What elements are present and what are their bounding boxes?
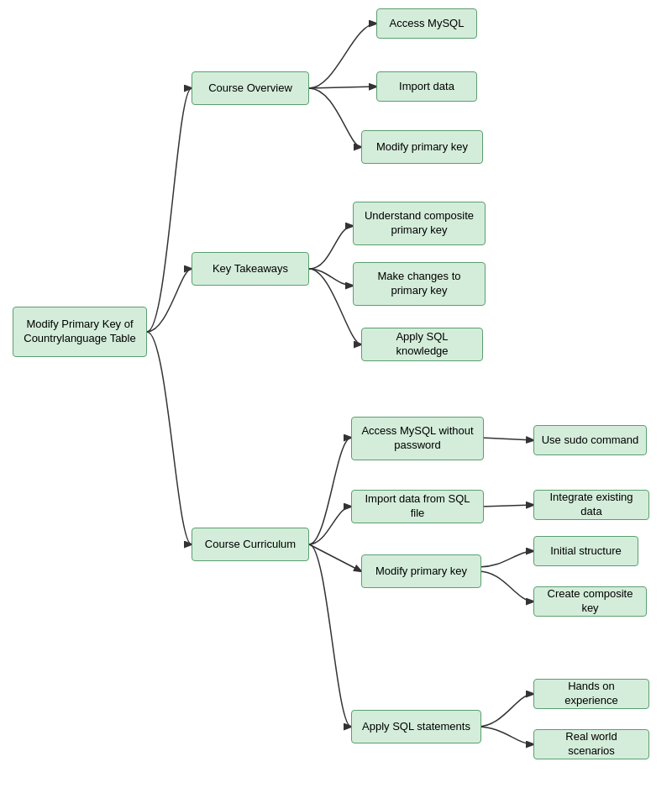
create-composite-node: Create composite key (533, 586, 647, 617)
integrate-existing-node: Integrate existing data (533, 490, 649, 520)
root-node: Modify Primary Key of Countrylanguage Ta… (13, 307, 147, 357)
access-mysql-np-node: Access MySQL without password (351, 417, 484, 460)
initial-structure-node: Initial structure (533, 536, 638, 566)
make-changes-node: Make changes to primary key (353, 262, 486, 306)
apply-sql-kt-node: Apply SQL knowledge (361, 328, 483, 361)
modify-pk-co-node: Modify primary key (361, 130, 483, 164)
understand-composite-node: Understand composite primary key (353, 202, 486, 245)
use-sudo-node: Use sudo command (533, 425, 647, 455)
key-takeaways-node: Key Takeaways (192, 252, 309, 286)
import-sql-node: Import data from SQL file (351, 490, 484, 523)
hands-on-node: Hands on experience (533, 679, 649, 709)
access-mysql-node: Access MySQL (376, 8, 477, 39)
modify-pk-cc-node: Modify primary key (361, 554, 481, 588)
apply-sql-cc-node: Apply SQL statements (351, 710, 481, 743)
real-world-node: Real world scenarios (533, 729, 649, 759)
import-data-node: Import data (376, 71, 477, 102)
course-overview-node: Course Overview (192, 71, 309, 105)
course-curriculum-node: Course Curriculum (192, 528, 309, 561)
diagram: Modify Primary Key of Countrylanguage Ta… (0, 0, 672, 788)
